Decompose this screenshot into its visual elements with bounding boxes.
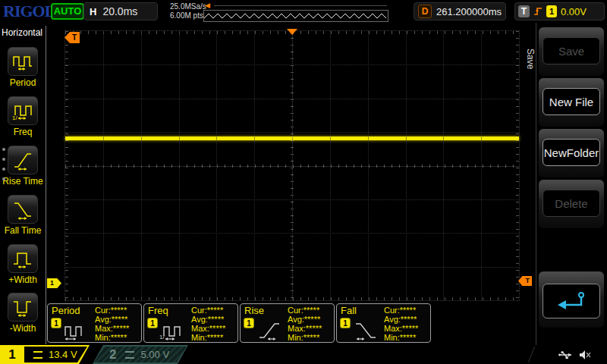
minus-width-label: -Width: [0, 323, 46, 334]
memory-position-strip: ◀: [203, 2, 388, 9]
new-file-button[interactable]: New File: [539, 78, 604, 127]
rise-time-button[interactable]: [8, 146, 38, 174]
min-value: *****: [400, 333, 416, 342]
max-value: *****: [209, 324, 225, 333]
avg-value: *****: [112, 315, 127, 324]
channel2-scale: 5.00 V: [140, 349, 169, 360]
source-badge: 1: [244, 318, 254, 328]
max-label: Max:: [95, 324, 113, 333]
min-label: Min:: [95, 333, 111, 342]
rise-time-icon: [11, 149, 34, 171]
max-label: Max:: [191, 324, 209, 333]
save-button-label: Save: [543, 37, 600, 64]
source-badge: 1: [340, 318, 351, 328]
min-label: Min:: [191, 333, 207, 342]
oscilloscope-screen: RIGOL AUTO H 20.0ms 25.0MSa/s 6.00M pts …: [0, 0, 607, 364]
channel1-ground-marker[interactable]: 1: [47, 278, 61, 288]
waveform-preview-box: [203, 10, 388, 22]
delete-button[interactable]: Delete: [539, 180, 604, 228]
new-folder-button[interactable]: NewFolder: [539, 129, 604, 177]
measure-item-rise-time[interactable]: Rise Time: [0, 146, 46, 187]
new-folder-button-label: NewFolder: [543, 139, 600, 166]
trigger-position-icon[interactable]: [287, 29, 297, 35]
avg-label: Avg:: [288, 315, 304, 324]
freq-button[interactable]: 1/: [8, 96, 38, 125]
measure-item-freq[interactable]: 1/ Freq: [0, 96, 46, 137]
panel-title: Rise: [244, 305, 264, 316]
measure-item-minus-width[interactable]: -Width: [0, 293, 46, 334]
speaker-muted-icon: [578, 349, 592, 361]
waveform-preview-icon: [204, 11, 386, 20]
channel1-status[interactable]: 1 13.4 V: [0, 345, 90, 364]
rising-edge-icon: [533, 5, 543, 17]
trigger-delay-box[interactable]: D 261.200000ms: [414, 2, 506, 20]
trigger-source-badge: 1: [546, 5, 557, 17]
fall-time-icon: [11, 198, 34, 221]
cur-value: *****: [207, 306, 223, 315]
cur-value: *****: [400, 306, 416, 315]
avg-label: Avg:: [95, 315, 112, 324]
measurement-panel-freq[interactable]: Freq 1 1/ Cur:***** Avg:***** Max:***** …: [143, 303, 238, 343]
panel-title: Period: [52, 305, 80, 316]
minus-width-button[interactable]: [8, 293, 38, 322]
min-label: Min:: [384, 333, 400, 342]
gridline: [65, 233, 519, 234]
channel2-status[interactable]: 2 5.00 V: [93, 345, 188, 364]
plus-width-button[interactable]: [8, 244, 38, 273]
menu-page-dot: [2, 158, 5, 161]
menu-page-dot: [2, 148, 5, 151]
minus-width-icon: [11, 296, 34, 318]
freq-label: Freq: [0, 127, 46, 137]
fall-time-icon: [352, 318, 381, 340]
measurement-stats: Cur:***** Avg:***** Max:***** Min:*****: [384, 306, 418, 342]
memory-arrow-icon: ◀: [205, 2, 210, 9]
period-button[interactable]: [8, 47, 38, 76]
measure-item-plus-width[interactable]: +Width: [0, 244, 46, 285]
timebase-value: 20.0ms: [102, 5, 137, 17]
delay-label: D: [418, 5, 432, 18]
max-label: Max:: [384, 324, 402, 333]
sample-rate: 25.0MSa/s: [170, 2, 206, 11]
save-button[interactable]: Save: [539, 27, 604, 76]
plus-width-icon: [11, 247, 34, 270]
measurement-stats: Cur:***** Avg:***** Max:***** Min:*****: [191, 306, 225, 342]
avg-label: Avg:: [384, 315, 401, 324]
save-menu-tab: Save: [525, 49, 536, 69]
measurement-stats: Cur:***** Avg:***** Max:***** Min:*****: [95, 306, 129, 342]
waveform-overview[interactable]: ◀: [203, 2, 388, 21]
channel-status-bar: 1 13.4 V 2 5.00 V: [0, 345, 607, 364]
measurement-stats: Cur:***** Avg:***** Max:***** Min:*****: [288, 306, 322, 342]
measurement-panel-rise[interactable]: Rise 1 Cur:***** Avg:***** Max:***** Min…: [240, 303, 335, 343]
gridline: [65, 64, 519, 65]
return-button[interactable]: [539, 271, 604, 328]
freq-icon: 1/: [159, 318, 188, 340]
freq-icon: 1/: [11, 99, 34, 122]
avg-label: Avg:: [191, 315, 208, 324]
avg-value: *****: [401, 315, 417, 324]
horizontal-timebase-box[interactable]: H 20.0ms: [83, 2, 158, 20]
avg-value: *****: [208, 315, 224, 324]
trigger-status-box[interactable]: T 1 0.00V: [514, 2, 605, 20]
measure-item-period[interactable]: Period: [0, 47, 46, 88]
plus-width-label: +Width: [0, 275, 46, 285]
panel-title: Fall: [341, 305, 357, 316]
status-bar-divider: [528, 347, 535, 362]
max-value: *****: [306, 324, 322, 333]
measurement-panel-fall[interactable]: Fall 1 Cur:***** Avg:***** Max:***** Min…: [336, 303, 431, 343]
min-value: *****: [304, 333, 319, 342]
gridline: [65, 166, 519, 167]
rise-time-icon: [256, 318, 285, 340]
cur-label: Cur:: [288, 306, 304, 315]
measure-item-fall-time[interactable]: Fall Time: [0, 195, 46, 236]
min-value: *****: [111, 333, 127, 342]
measurement-panel-period[interactable]: Period 1 Cur:***** Avg:***** Max:***** M…: [47, 303, 142, 343]
new-file-button-label: New File: [543, 88, 600, 115]
dc-coupling-icon: [33, 351, 42, 359]
cur-label: Cur:: [191, 306, 207, 315]
cur-label: Cur:: [384, 306, 400, 315]
period-icon: [11, 50, 34, 73]
cur-value: *****: [304, 306, 319, 315]
dc-coupling-icon: [125, 351, 134, 359]
rigol-logo: RIGOL: [3, 2, 55, 21]
fall-time-button[interactable]: [8, 195, 38, 224]
